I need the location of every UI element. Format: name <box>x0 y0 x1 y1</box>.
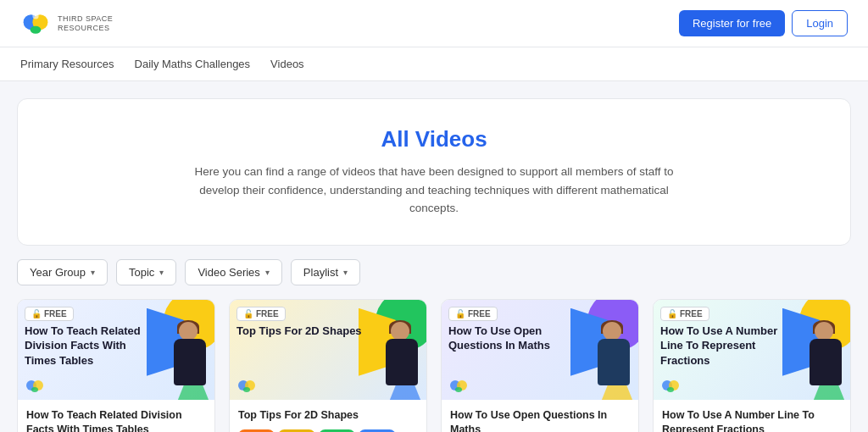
chevron-down-icon: ▾ <box>265 268 270 277</box>
year-group-filter[interactable]: Year Group ▾ <box>17 259 108 285</box>
card-logo <box>25 378 48 393</box>
video-card-2[interactable]: 🔓 FREE Top Tips For 2D Shapes Top Tips F… <box>229 299 427 432</box>
hero-description: Here you can find a range of videos that… <box>188 163 680 218</box>
card-title-overlay: How To Teach Related Division Facts With… <box>25 308 155 368</box>
chevron-down-icon: ▾ <box>159 268 164 277</box>
person-body <box>810 339 842 385</box>
card-logo <box>236 378 260 393</box>
page-title: All Videos <box>35 126 833 152</box>
card-body-3: How To Use Open Questions In Maths Year … <box>442 400 638 432</box>
video-card-1[interactable]: 🔓 FREE How To Teach Related Division Fac… <box>17 299 215 432</box>
nav-videos[interactable]: Videos <box>270 58 304 70</box>
playlist-filter[interactable]: Playlist ▾ <box>291 259 360 285</box>
main-nav: Primary Resources Daily Maths Challenges… <box>0 47 868 81</box>
card-video-name: How To Use A Number Line To Represent Fr… <box>662 408 842 432</box>
card-title: How To Use Open Questions In Maths <box>448 324 579 353</box>
video-series-filter[interactable]: Video Series ▾ <box>185 259 281 285</box>
thumbnail-4: 🔓 FREE How To Use A Number Line To Repre… <box>654 300 850 400</box>
person-head <box>815 322 833 341</box>
person-body <box>174 339 206 385</box>
video-grid: 🔓 FREE How To Teach Related Division Fac… <box>0 299 868 432</box>
person-head <box>391 322 409 341</box>
thumbnail-3: 🔓 FREE How To Use Open Questions In Math… <box>442 300 638 400</box>
card-video-name: How To Use Open Questions In Maths <box>450 408 630 432</box>
header: THIRD SPACE RESOURCES Register for free … <box>0 0 868 47</box>
svg-point-9 <box>243 387 250 392</box>
card-logo <box>660 378 684 393</box>
video-card-3[interactable]: 🔓 FREE How To Use Open Questions In Math… <box>441 299 639 432</box>
card-title: Top Tips For 2D Shapes <box>236 324 367 339</box>
logo-area: THIRD SPACE RESOURCES <box>20 8 113 39</box>
person-body <box>598 339 630 385</box>
person-figure <box>159 315 214 400</box>
card-title: How To Use A Number Line To Represent Fr… <box>660 324 791 368</box>
login-button[interactable]: Login <box>792 10 848 36</box>
card-logo <box>448 378 472 393</box>
card-video-name: Top Tips For 2D Shapes <box>238 408 418 424</box>
thumbnail-1: 🔓 FREE How To Teach Related Division Fac… <box>18 300 214 400</box>
person-head <box>179 322 198 341</box>
card-title: How To Teach Related Division Facts With… <box>25 324 155 368</box>
nav-primary-resources[interactable]: Primary Resources <box>20 58 114 70</box>
person-head <box>603 322 621 341</box>
card-title-overlay: Top Tips For 2D Shapes <box>236 308 367 339</box>
card-video-name: How To Teach Related Division Facts With… <box>26 408 206 432</box>
card-title-overlay: How To Use A Number Line To Represent Fr… <box>660 308 791 368</box>
svg-point-12 <box>455 387 462 392</box>
topic-filter[interactable]: Topic ▾ <box>116 259 176 285</box>
chevron-down-icon: ▾ <box>91 268 95 277</box>
person-figure <box>583 315 638 400</box>
card-body-2: Top Tips For 2D Shapes Year 1 Year 2 Yea… <box>230 400 426 432</box>
svg-point-6 <box>31 387 38 392</box>
svg-point-3 <box>32 13 38 19</box>
card-body-1: How To Teach Related Division Facts With… <box>18 400 214 432</box>
filters-bar: Year Group ▾ Topic ▾ Video Series ▾ Play… <box>0 259 868 299</box>
video-card-4[interactable]: 🔓 FREE How To Use A Number Line To Repre… <box>653 299 851 432</box>
register-button[interactable]: Register for free <box>679 10 785 36</box>
svg-point-2 <box>31 25 42 33</box>
card-title-overlay: How To Use Open Questions In Maths <box>448 308 579 353</box>
header-buttons: Register for free Login <box>679 10 848 36</box>
person-figure <box>795 315 850 400</box>
card-body-4: How To Use A Number Line To Represent Fr… <box>654 400 850 432</box>
svg-point-15 <box>667 387 674 392</box>
hero-section: All Videos Here you can find a range of … <box>17 98 851 246</box>
logo-icon <box>20 8 51 39</box>
thumbnail-2: 🔓 FREE Top Tips For 2D Shapes <box>230 300 426 400</box>
logo-text: THIRD SPACE RESOURCES <box>58 14 113 33</box>
chevron-down-icon: ▾ <box>343 268 348 277</box>
person-body <box>386 339 418 385</box>
nav-daily-challenges[interactable]: Daily Maths Challenges <box>135 58 251 70</box>
person-figure <box>371 315 426 400</box>
